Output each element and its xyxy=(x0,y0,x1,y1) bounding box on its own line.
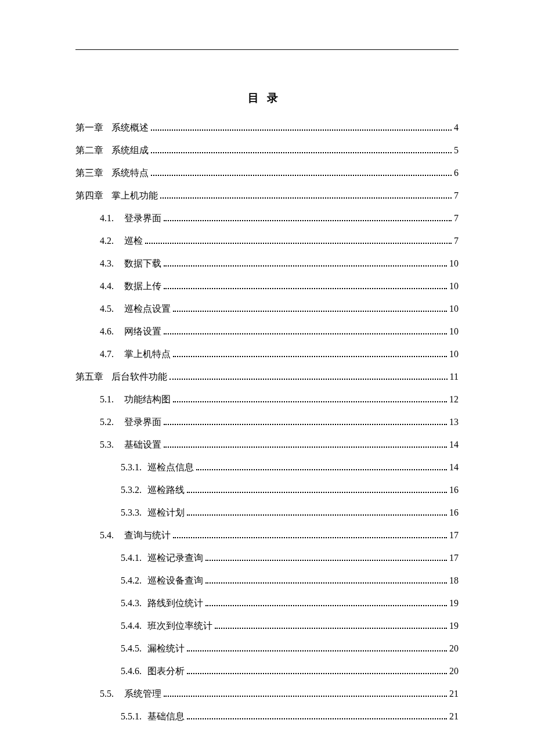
toc-entry: 5.4.1.巡检记录查询17 xyxy=(75,552,459,564)
toc-leader-dots xyxy=(164,447,447,448)
toc-entry-text: 巡检计划 xyxy=(147,507,185,519)
toc-leader-dots xyxy=(151,152,452,153)
toc-entry-text: 掌上机功能 xyxy=(111,190,158,202)
toc-entry-label: 5.2. xyxy=(100,417,114,427)
toc-entry-text: 后台软件功能 xyxy=(111,371,167,383)
toc-entry-page: 10 xyxy=(449,304,459,314)
toc-entry-page: 10 xyxy=(449,326,459,337)
toc-entry-text: 登录界面 xyxy=(124,213,161,225)
toc-entry: 5.5.系统管理21 xyxy=(75,688,459,700)
toc-entry-page: 10 xyxy=(449,281,459,291)
toc-leader-dots xyxy=(145,243,452,244)
toc-entry-label: 5.4.3. xyxy=(121,598,142,609)
toc-entry-page: 20 xyxy=(449,643,459,654)
toc-entry-text: 巡检点信息 xyxy=(147,462,194,474)
toc-entry-text: 网络设置 xyxy=(124,326,161,338)
toc-entry: 5.5.1.基础信息21 xyxy=(75,711,459,723)
toc-leader-dots xyxy=(187,673,447,674)
header-rule xyxy=(75,49,459,50)
toc-entry-text: 登录界面 xyxy=(124,416,161,429)
toc-entry: 5.3.2.巡检路线16 xyxy=(75,484,459,496)
toc-leader-dots xyxy=(215,628,447,629)
toc-entry: 4.7.掌上机特点10 xyxy=(75,348,459,361)
toc-entry-label: 第一章 xyxy=(75,122,103,134)
document-page: 目录 第一章系统概述4第二章系统组成5第三章系统特点6第四章掌上机功能74.1.… xyxy=(0,0,534,723)
toc-leader-dots xyxy=(187,492,447,493)
toc-entry: 5.4.5.漏检统计20 xyxy=(75,643,459,655)
toc-entry-page: 21 xyxy=(449,689,459,699)
toc-entry-page: 19 xyxy=(449,621,459,631)
toc-leader-dots xyxy=(173,401,447,402)
toc-leader-dots xyxy=(164,333,447,334)
toc-leader-dots xyxy=(205,560,447,561)
toc-entry: 5.1.功能结构图12 xyxy=(75,394,459,406)
toc-entry: 第四章掌上机功能7 xyxy=(75,190,459,202)
toc-entry-text: 巡检设备查询 xyxy=(147,575,203,587)
toc-leader-dots xyxy=(173,537,447,538)
toc-entry-label: 5.3.1. xyxy=(121,462,142,473)
toc-entry: 5.3.3.巡检计划16 xyxy=(75,507,459,519)
toc-entry-label: 4.7. xyxy=(100,349,114,359)
toc-entry-page: 17 xyxy=(449,553,459,563)
toc-leader-dots xyxy=(164,696,447,697)
toc-entry: 5.2.登录界面13 xyxy=(75,416,459,429)
toc-entry-text: 系统组成 xyxy=(111,145,149,157)
toc-leader-dots xyxy=(205,605,447,606)
toc-entry-label: 第二章 xyxy=(75,145,103,157)
toc-entry-text: 班次到位率统计 xyxy=(147,620,212,632)
toc-entry-page: 13 xyxy=(449,417,459,427)
toc-leader-dots xyxy=(151,129,452,131)
toc-entry-page: 11 xyxy=(450,372,459,382)
toc-entry-label: 5.1. xyxy=(100,394,114,405)
toc-entry: 5.4.4.班次到位率统计19 xyxy=(75,620,459,632)
toc-entry-label: 5.4.5. xyxy=(121,643,142,654)
toc-entry-text: 巡检 xyxy=(124,235,143,247)
toc-list: 第一章系统概述4第二章系统组成5第三章系统特点6第四章掌上机功能74.1.登录界… xyxy=(75,122,459,723)
toc-leader-dots xyxy=(173,356,447,357)
toc-entry-label: 4.1. xyxy=(100,213,114,224)
toc-entry: 第一章系统概述4 xyxy=(75,122,459,134)
toc-leader-dots xyxy=(173,311,447,312)
toc-entry-text: 系统概述 xyxy=(111,122,149,134)
toc-entry-text: 基础设置 xyxy=(124,439,161,451)
toc-entry-page: 16 xyxy=(449,485,459,495)
toc-entry: 第五章后台软件功能11 xyxy=(75,371,459,383)
toc-entry: 5.3.基础设置14 xyxy=(75,439,459,451)
toc-entry-text: 巡检记录查询 xyxy=(147,552,203,564)
toc-entry-label: 4.6. xyxy=(100,326,114,337)
toc-leader-dots xyxy=(187,718,447,719)
toc-entry-page: 7 xyxy=(454,236,459,246)
toc-leader-dots xyxy=(187,650,447,651)
toc-entry-label: 4.5. xyxy=(100,304,114,314)
toc-entry-label: 5.4. xyxy=(100,530,114,541)
toc-entry-label: 4.4. xyxy=(100,281,114,291)
toc-entry-text: 路线到位统计 xyxy=(147,597,203,610)
toc-entry-label: 5.4.6. xyxy=(121,666,142,676)
toc-entry-text: 数据上传 xyxy=(124,280,161,293)
toc-entry: 4.2.巡检7 xyxy=(75,235,459,247)
toc-entry-page: 18 xyxy=(449,575,459,586)
toc-leader-dots xyxy=(160,197,452,199)
toc-leader-dots xyxy=(164,265,447,267)
toc-entry-page: 20 xyxy=(449,666,459,676)
toc-entry-page: 17 xyxy=(449,530,459,541)
toc-entry: 第二章系统组成5 xyxy=(75,145,459,157)
toc-entry-page: 5 xyxy=(454,145,459,156)
toc-leader-dots xyxy=(164,424,447,425)
toc-entry-text: 查询与统计 xyxy=(124,530,171,542)
toc-entry-text: 巡检点设置 xyxy=(124,303,171,315)
toc-entry-label: 5.3.3. xyxy=(121,507,142,518)
toc-entry-page: 12 xyxy=(449,394,459,405)
toc-entry: 5.4.3.路线到位统计19 xyxy=(75,597,459,610)
toc-entry-page: 10 xyxy=(449,258,459,269)
toc-entry-page: 14 xyxy=(449,462,459,473)
toc-title: 目录 xyxy=(75,91,459,106)
toc-entry: 4.5.巡检点设置10 xyxy=(75,303,459,315)
toc-entry-page: 16 xyxy=(449,507,459,518)
toc-entry-text: 巡检路线 xyxy=(147,484,185,496)
toc-entry-page: 4 xyxy=(454,123,459,133)
toc-entry-text: 漏检统计 xyxy=(147,643,185,655)
toc-entry-label: 第五章 xyxy=(75,371,103,383)
toc-leader-dots xyxy=(196,469,447,470)
toc-entry-text: 图表分析 xyxy=(147,665,185,678)
